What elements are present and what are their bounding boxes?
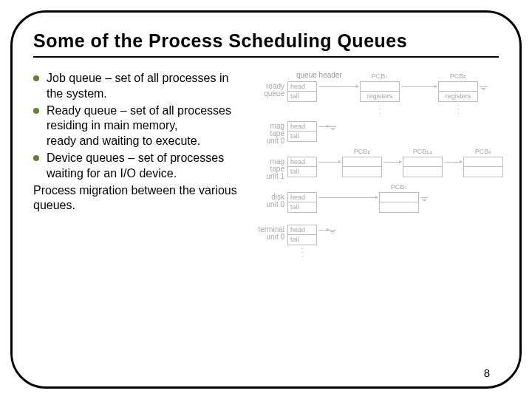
arrow-icon bbox=[401, 86, 437, 87]
pcb-box: registers bbox=[360, 81, 400, 102]
ground-icon bbox=[480, 86, 487, 90]
arrow-icon bbox=[444, 162, 462, 163]
queue-label: ready queue bbox=[255, 81, 287, 98]
head-cell: head bbox=[288, 122, 316, 132]
pcb-label: PCB₂ bbox=[438, 72, 478, 80]
bullet-list: Job queue – set of all processes in the … bbox=[33, 71, 248, 257]
pcb-label: PCB₁₄ bbox=[403, 148, 443, 155]
pcb-label: PCB₅ bbox=[379, 183, 419, 191]
tail-cell: tail bbox=[288, 92, 316, 101]
pcb-label: PCB₇ bbox=[360, 72, 400, 80]
bullet-dot-icon bbox=[33, 155, 39, 161]
pcb-box bbox=[379, 192, 419, 213]
queue-header-box: head tail bbox=[287, 121, 317, 142]
tail-cell: tail bbox=[288, 202, 316, 212]
tail-cell: tail bbox=[288, 167, 316, 177]
queue-header-box: head tail bbox=[287, 81, 317, 102]
vertical-dots-icon: ··· bbox=[438, 103, 478, 115]
queue-label: terminal unit 0 bbox=[255, 225, 287, 241]
slide-frame: Some of the Process Scheduling Queues Jo… bbox=[10, 10, 522, 389]
pcb-reg-cell: registers bbox=[439, 92, 477, 101]
vertical-dots-icon: ··· bbox=[287, 247, 317, 259]
bullet-item: Ready queue – set of all processes resid… bbox=[33, 103, 248, 149]
queue-label: mag tape unit 1 bbox=[255, 157, 287, 180]
bullet-item: Device queues – set of processes waiting… bbox=[33, 151, 248, 182]
head-cell: head bbox=[288, 225, 316, 235]
ground-icon bbox=[329, 126, 336, 130]
queue-label: mag tape unit 0 bbox=[255, 121, 287, 145]
pcb-ptr-cell bbox=[361, 82, 399, 92]
arrow-icon bbox=[318, 230, 329, 231]
queue-row-terminal0: terminal unit 0 head tail ··· bbox=[255, 225, 499, 245]
pcb-box bbox=[342, 157, 382, 177]
content-row: Job queue – set of all processes in the … bbox=[33, 71, 499, 257]
title-rule bbox=[33, 56, 499, 58]
arrow-icon bbox=[383, 162, 401, 163]
queue-row-ready: ready queue head tail PCB₇ registers ···… bbox=[255, 81, 499, 102]
tail-cell: tail bbox=[288, 235, 316, 245]
arrow-icon bbox=[318, 126, 329, 127]
queue-label: disk unit 0 bbox=[255, 192, 287, 208]
slide-title: Some of the Process Scheduling Queues bbox=[33, 30, 499, 52]
queue-row-magtape0: mag tape unit 0 head tail bbox=[255, 121, 499, 145]
arrow-icon bbox=[318, 197, 378, 198]
queue-header-label: queue header bbox=[296, 71, 342, 79]
bullet-dot-icon bbox=[33, 108, 39, 114]
queue-header-box: head tail bbox=[287, 192, 317, 213]
closing-text: Process migration between the various qu… bbox=[33, 183, 248, 214]
pcb-reg-cell: registers bbox=[361, 92, 399, 101]
queue-diagram: queue header ready queue head tail PCB₇ … bbox=[255, 71, 499, 257]
bullet-text: Ready queue – set of all processes resid… bbox=[47, 103, 248, 149]
head-cell: head bbox=[288, 193, 316, 202]
queue-row-magtape1: mag tape unit 1 head tail PCB₃ PCB₁₄ PCB… bbox=[255, 157, 499, 180]
queue-row-disk0: disk unit 0 head tail PCB₅ bbox=[255, 192, 499, 213]
ground-icon bbox=[420, 197, 428, 201]
ground-icon bbox=[329, 230, 336, 233]
head-cell: head bbox=[288, 82, 316, 92]
queue-header-box: head tail bbox=[287, 225, 317, 245]
pcb-label: PCB₃ bbox=[342, 148, 382, 155]
arrow-icon bbox=[318, 162, 341, 163]
arrow-icon bbox=[318, 86, 358, 87]
bullet-text: Device queues – set of processes waiting… bbox=[47, 151, 248, 182]
queue-header-box: head tail bbox=[287, 157, 317, 177]
bullet-text: Job queue – set of all processes in the … bbox=[47, 71, 248, 102]
vertical-dots-icon: ··· bbox=[360, 103, 400, 115]
pcb-box: registers bbox=[438, 81, 478, 102]
pcb-label: PCB₆ bbox=[463, 148, 503, 155]
bullet-dot-icon bbox=[33, 75, 39, 81]
page-number: 8 bbox=[484, 366, 490, 379]
bullet-item: Job queue – set of all processes in the … bbox=[33, 71, 248, 102]
head-cell: head bbox=[288, 157, 316, 167]
pcb-ptr-cell bbox=[439, 82, 477, 92]
pcb-box bbox=[403, 157, 443, 177]
pcb-box bbox=[463, 157, 503, 177]
tail-cell: tail bbox=[288, 132, 316, 141]
